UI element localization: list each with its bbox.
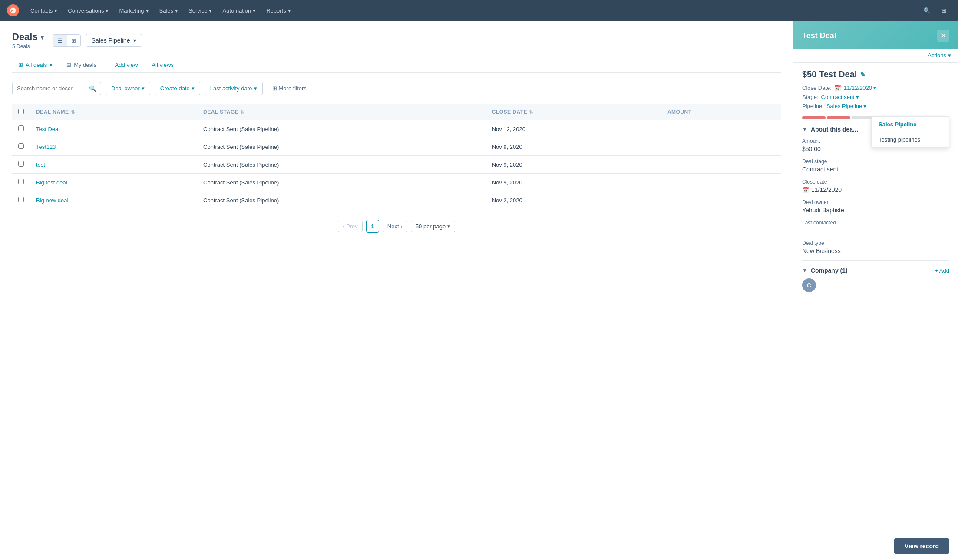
- about-section-title: About this dea...: [811, 126, 858, 133]
- next-page-button[interactable]: Next ›: [383, 221, 407, 232]
- per-page-dropdown-icon: ▾: [447, 223, 450, 230]
- row-checkbox-cell: [12, 191, 30, 209]
- deal-owner-dropdown-icon: ▾: [142, 85, 145, 92]
- marketplace-icon[interactable]: ⊞: [937, 3, 951, 17]
- field-value-5: New Business: [802, 247, 949, 254]
- deal-name-link-1[interactable]: Test123: [36, 144, 56, 150]
- deal-name-link-4[interactable]: Big new deal: [36, 197, 68, 204]
- close-date-link[interactable]: 11/12/2020 ▾: [844, 85, 876, 91]
- table-row: Test123 Contract Sent (Sales Pipeline) N…: [12, 138, 781, 156]
- stage-dropdown-icon: ▾: [856, 94, 859, 100]
- pipeline-meta-dropdown-icon: ▾: [863, 103, 866, 109]
- nav-service[interactable]: Service ▾: [184, 5, 216, 16]
- page-title-dropdown-icon[interactable]: ▾: [40, 33, 44, 41]
- nav-reports[interactable]: Reports ▾: [262, 5, 295, 16]
- next-icon: ›: [401, 223, 403, 230]
- amount-header[interactable]: AMOUNT: [661, 104, 781, 120]
- nav-conversations[interactable]: Conversations ▾: [63, 5, 113, 16]
- deal-name-cell: Big new deal: [30, 191, 197, 209]
- panel-content: $50 Test Deal ✎ Close Date: 📅 11/12/2020…: [793, 63, 958, 532]
- deal-name-link-0[interactable]: Test Deal: [36, 126, 59, 132]
- pagination: ‹ Prev 1 Next › 50 per page ▾: [12, 220, 781, 233]
- close-date-dropdown-icon: ▾: [873, 85, 876, 91]
- page-title-group: Deals ▾ 5 Deals: [12, 31, 44, 49]
- deal-name-link-3[interactable]: Big test deal: [36, 179, 67, 186]
- list-view-button[interactable]: ☰: [53, 35, 67, 46]
- pipeline-option-1[interactable]: Testing pipelines: [872, 132, 949, 147]
- row-checkbox-4[interactable]: [18, 197, 24, 202]
- nav-right-actions: 🔍 ⊞: [920, 3, 951, 17]
- create-date-dropdown-icon: ▾: [192, 85, 195, 92]
- deal-name-link-2[interactable]: test: [36, 161, 45, 168]
- close-date-header[interactable]: CLOSE DATE ⇅: [486, 104, 661, 120]
- create-date-filter[interactable]: Create date ▾: [155, 82, 200, 95]
- deal-stage-sort-icon: ⇅: [240, 109, 244, 115]
- panel-title: Test Deal: [802, 31, 836, 40]
- add-company-link[interactable]: + Add: [935, 267, 949, 274]
- row-checkbox-0[interactable]: [18, 125, 24, 131]
- select-all-checkbox[interactable]: [18, 109, 24, 114]
- pipeline-selector[interactable]: Sales Pipeline ▾: [86, 34, 142, 47]
- company-item: C: [802, 278, 949, 292]
- stage-link[interactable]: Contract sent ▾: [821, 94, 859, 100]
- table-row: Big new deal Contract Sent (Sales Pipeli…: [12, 191, 781, 209]
- more-filters-button[interactable]: ⊞ More filters: [267, 82, 312, 95]
- field-value-3: Yehudi Baptiste: [802, 207, 949, 214]
- company-title-group[interactable]: ▼ Company (1): [802, 267, 848, 274]
- last-activity-filter[interactable]: Last activity date ▾: [205, 82, 263, 95]
- field-value-2: 📅11/12/2020: [802, 186, 949, 193]
- deal-stage-header[interactable]: DEAL STAGE ⇅: [197, 104, 486, 120]
- stage-meta: Stage: Contract sent ▾: [802, 94, 949, 100]
- view-tabs: ⊞ All deals ▾ ⊞ My deals + Add view All …: [12, 58, 781, 73]
- deal-amount-title: $50 Test Deal ✎: [802, 69, 949, 79]
- tab-my-deals[interactable]: ⊞ My deals: [60, 58, 102, 72]
- deal-owner-filter[interactable]: Deal owner ▾: [106, 82, 150, 95]
- edit-deal-icon[interactable]: ✎: [860, 71, 866, 78]
- tab-all-views[interactable]: All views: [145, 58, 180, 72]
- amount-cell: [661, 138, 781, 156]
- calendar-icon: 📅: [802, 187, 809, 193]
- nav-sales[interactable]: Sales ▾: [155, 5, 183, 16]
- search-input[interactable]: [17, 85, 86, 92]
- row-checkbox-1[interactable]: [18, 143, 24, 149]
- pipeline-dropdown: Sales PipelineTesting pipelines: [871, 116, 949, 148]
- close-panel-button[interactable]: ✕: [937, 30, 949, 42]
- grid-view-button[interactable]: ⊞: [67, 35, 80, 46]
- deals-table: DEAL NAME ⇅ DEAL STAGE ⇅ CLOSE DATE: [12, 104, 781, 209]
- deal-name-header[interactable]: DEAL NAME ⇅: [30, 104, 197, 120]
- pipeline-meta: Pipeline: Sales Pipeline ▾: [802, 103, 949, 109]
- per-page-selector[interactable]: 50 per page ▾: [411, 221, 455, 232]
- view-record-button[interactable]: View record: [894, 538, 949, 554]
- search-box[interactable]: 🔍: [12, 82, 101, 95]
- last-activity-dropdown-icon: ▾: [254, 85, 257, 92]
- row-checkbox-2[interactable]: [18, 161, 24, 167]
- prev-page-button[interactable]: ‹ Prev: [338, 221, 363, 232]
- table-row: test Contract Sent (Sales Pipeline) Nov …: [12, 156, 781, 174]
- row-checkbox-3[interactable]: [18, 179, 24, 184]
- close-date-sort-icon: ⇅: [529, 109, 533, 115]
- close-date-cell: Nov 12, 2020: [486, 120, 661, 138]
- main-layout: Deals ▾ 5 Deals ☰ ⊞ Sales Pipeline ▾ ⊞ A…: [0, 21, 958, 560]
- field-label-1: Deal stage: [802, 158, 949, 165]
- amount-cell: [661, 191, 781, 209]
- tab-all-deals[interactable]: ⊞ All deals ▾: [12, 58, 59, 72]
- nav-contacts[interactable]: Contacts ▾: [26, 5, 62, 16]
- pipeline-link[interactable]: Sales Pipeline ▾: [826, 103, 866, 109]
- deal-stage-cell: Contract Sent (Sales Pipeline): [197, 120, 486, 138]
- hubspot-logo[interactable]: H: [7, 4, 19, 16]
- pipeline-option-0[interactable]: Sales Pipeline: [872, 117, 949, 132]
- nav-marketing[interactable]: Marketing ▾: [115, 5, 153, 16]
- tab-add-view[interactable]: + Add view: [104, 58, 144, 72]
- field-label-4: Last contacted: [802, 220, 949, 226]
- nav-automation[interactable]: Automation ▾: [218, 5, 260, 16]
- select-all-header: [12, 104, 30, 120]
- search-icon[interactable]: 🔍: [920, 3, 934, 17]
- field-label-2: Close date: [802, 179, 949, 185]
- top-navigation: H Contacts ▾ Conversations ▾ Marketing ▾…: [0, 0, 958, 21]
- close-date-cell: Nov 9, 2020: [486, 138, 661, 156]
- amount-cell: [661, 174, 781, 191]
- close-date-cell: Nov 9, 2020: [486, 156, 661, 174]
- actions-button[interactable]: Actions ▾: [928, 52, 951, 59]
- row-checkbox-cell: [12, 174, 30, 191]
- deal-name-sort-icon: ⇅: [71, 109, 75, 115]
